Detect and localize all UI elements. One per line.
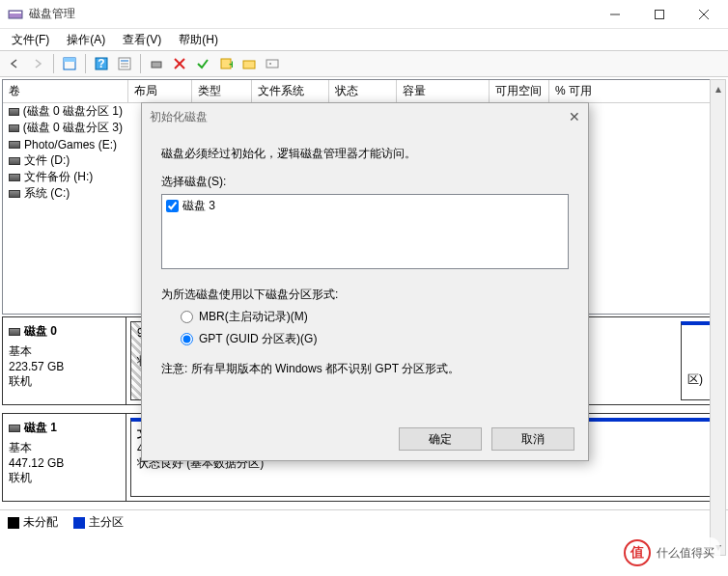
disk-1-type: 基本 xyxy=(9,440,120,456)
legend: 未分配 主分区 xyxy=(0,509,728,535)
dialog-close-button[interactable]: ✕ xyxy=(569,109,580,124)
menu-help[interactable]: 帮助(H) xyxy=(171,30,226,50)
svg-rect-19 xyxy=(243,61,255,69)
vertical-scrollbar[interactable]: ▴ ▾ xyxy=(710,79,726,556)
disk-0-info: 磁盘 0 基本 223.57 GB 联机 xyxy=(3,317,126,404)
partition-style-label: 为所选磁盘使用以下磁盘分区形式: xyxy=(161,287,569,303)
col-type[interactable]: 类型 xyxy=(192,80,252,102)
watermark: 值 什么值得买 xyxy=(618,537,720,568)
col-capacity[interactable]: 容量 xyxy=(397,80,490,102)
col-pct[interactable]: % 可用 xyxy=(549,80,725,102)
disk-0-status: 联机 xyxy=(9,373,120,390)
mbr-label: MBR(主启动记录)(M) xyxy=(199,309,308,325)
initialize-disk-dialog: 初始化磁盘 ✕ 磁盘必须经过初始化，逻辑磁盘管理器才能访问。 选择磁盘(S): … xyxy=(141,102,589,461)
svg-rect-7 xyxy=(64,58,75,62)
scroll-up-button[interactable]: ▴ xyxy=(711,80,725,96)
mbr-radio[interactable] xyxy=(181,311,193,323)
gpt-radio[interactable] xyxy=(181,333,193,345)
folder-icon[interactable] xyxy=(238,53,260,74)
separator xyxy=(140,54,141,73)
titlebar: 磁盘管理 xyxy=(0,0,728,29)
separator xyxy=(85,54,86,73)
disk-1-title: 磁盘 1 xyxy=(24,420,57,436)
col-fs[interactable]: 文件系统 xyxy=(252,80,329,102)
svg-rect-14 xyxy=(152,62,161,68)
menubar: 文件(F) 操作(A) 查看(V) 帮助(H) xyxy=(0,29,728,50)
disk-3-label: 磁盘 3 xyxy=(182,198,215,214)
new-icon[interactable]: + xyxy=(215,53,237,74)
toolbar: ? + xyxy=(0,50,728,77)
col-free[interactable]: 可用空间 xyxy=(490,80,549,102)
svg-rect-3 xyxy=(656,10,664,18)
disk-0-type: 基本 xyxy=(9,343,120,360)
disk-icon xyxy=(9,425,20,432)
window-title: 磁盘管理 xyxy=(29,6,593,22)
svg-text:?: ? xyxy=(98,57,104,70)
column-headers: 卷 布局 类型 文件系统 状态 容量 可用空间 % 可用 xyxy=(3,80,725,103)
disk-1-status: 联机 xyxy=(9,470,120,486)
disk-3-checkbox-row[interactable]: 磁盘 3 xyxy=(164,197,566,215)
check-icon[interactable] xyxy=(192,53,213,74)
disk-0-size: 223.57 GB xyxy=(9,360,120,373)
legend-primary: 主分区 xyxy=(73,514,124,531)
maximize-button[interactable] xyxy=(637,0,682,29)
settings-icon[interactable] xyxy=(262,53,283,74)
select-disks-label: 选择磁盘(S): xyxy=(161,174,569,190)
disk-1-size: 447.12 GB xyxy=(9,456,120,470)
app-icon xyxy=(8,7,23,22)
dialog-titlebar: 初始化磁盘 ✕ xyxy=(142,103,588,130)
properties-icon[interactable] xyxy=(114,53,135,74)
dialog-note: 注意: 所有早期版本的 Windows 都不识别 GPT 分区形式。 xyxy=(161,361,569,377)
svg-point-21 xyxy=(269,63,271,65)
view-top-icon[interactable] xyxy=(59,53,80,74)
col-layout[interactable]: 布局 xyxy=(128,80,192,102)
menu-action[interactable]: 操作(A) xyxy=(59,30,113,50)
gpt-radio-row[interactable]: GPT (GUID 分区表)(G) xyxy=(181,331,569,347)
col-status[interactable]: 状态 xyxy=(329,80,397,102)
disk-selection-list[interactable]: 磁盘 3 xyxy=(161,194,569,269)
disk-3-checkbox[interactable] xyxy=(166,200,179,212)
gpt-label: GPT (GUID 分区表)(G) xyxy=(199,331,317,347)
menu-view[interactable]: 查看(V) xyxy=(115,30,169,50)
separator xyxy=(53,54,54,73)
mbr-radio-row[interactable]: MBR(主启动记录)(M) xyxy=(181,309,569,325)
disk-0-title: 磁盘 0 xyxy=(24,323,57,340)
help-icon[interactable]: ? xyxy=(91,53,112,74)
cancel-button[interactable]: 取消 xyxy=(491,427,574,451)
refresh-icon[interactable] xyxy=(146,53,167,74)
svg-rect-20 xyxy=(266,60,278,68)
disk-1-info: 磁盘 1 基本 447.12 GB 联机 xyxy=(3,414,126,501)
legend-unallocated: 未分配 xyxy=(8,514,58,531)
watermark-text: 什么值得买 xyxy=(657,545,714,562)
minimize-button[interactable] xyxy=(593,0,637,29)
ok-button[interactable]: 确定 xyxy=(399,427,482,451)
delete-icon[interactable] xyxy=(169,53,190,74)
menu-file[interactable]: 文件(F) xyxy=(4,30,57,50)
forward-button[interactable] xyxy=(27,53,48,74)
close-button[interactable] xyxy=(682,0,726,29)
col-volume[interactable]: 卷 xyxy=(3,80,128,102)
dialog-title: 初始化磁盘 xyxy=(150,109,208,125)
disk-icon xyxy=(9,328,20,336)
svg-text:+: + xyxy=(229,58,233,70)
dialog-message: 磁盘必须经过初始化，逻辑磁盘管理器才能访问。 xyxy=(161,146,569,162)
watermark-icon: 值 xyxy=(624,539,651,566)
svg-rect-1 xyxy=(10,12,21,14)
back-button[interactable] xyxy=(4,53,25,74)
